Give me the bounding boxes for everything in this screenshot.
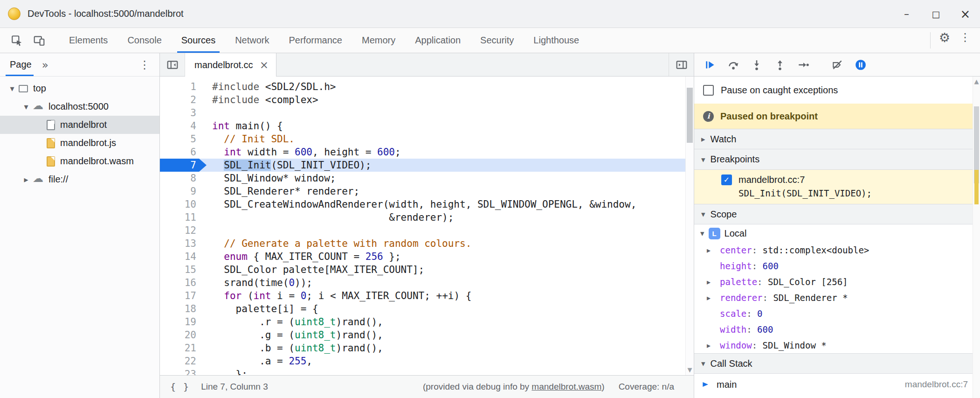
line-number[interactable]: 12 xyxy=(160,224,207,237)
scroll-down-icon[interactable]: ▼ xyxy=(686,366,694,373)
wasm-file-link[interactable]: mandelbrot.wasm xyxy=(531,382,601,391)
code-line-19[interactable]: 19 .r = (uint8_t)rand(), xyxy=(160,315,694,328)
code-line-8[interactable]: 8 SDL_Window* window; xyxy=(160,172,694,185)
tree-item-mandelbrot-wasm[interactable]: mandelbrot.wasm xyxy=(0,152,159,170)
chevron-down-icon[interactable]: ▾ xyxy=(20,102,33,112)
scope-var-window[interactable]: ▸window: SDL_Window * xyxy=(694,337,980,353)
scope-var-scale[interactable]: scale: 0 xyxy=(694,306,980,321)
scrollbar-thumb[interactable] xyxy=(687,88,693,143)
code-line-11[interactable]: 11 &renderer); xyxy=(160,211,694,224)
code-line-14[interactable]: 14 enum { MAX_ITER_COUNT = 256 }; xyxy=(160,250,694,263)
line-number[interactable]: 19 xyxy=(160,315,207,328)
line-number[interactable]: 4 xyxy=(160,119,207,133)
section-watch[interactable]: ▸ Watch xyxy=(694,129,980,149)
pause-on-caught-checkbox[interactable] xyxy=(703,85,714,96)
scope-var-renderer[interactable]: ▸renderer: SDL_Renderer * xyxy=(694,290,980,306)
code-line-16[interactable]: 16 srand(time(0)); xyxy=(160,276,694,289)
line-number[interactable]: 21 xyxy=(160,342,207,355)
code-area[interactable]: 1#include <SDL2/SDL.h>2#include <complex… xyxy=(160,77,694,375)
call-stack-frame[interactable]: main mandelbrot.cc:7 xyxy=(694,374,980,395)
code-line-2[interactable]: 2#include <complex> xyxy=(160,93,694,106)
tab-lighthouse[interactable]: Lighthouse xyxy=(524,28,589,53)
code-line-4[interactable]: 4int main() { xyxy=(160,119,694,133)
code-line-3[interactable]: 3 xyxy=(160,106,694,119)
section-scope[interactable]: ▾ Scope xyxy=(694,204,980,224)
line-number[interactable]: 2 xyxy=(160,93,207,106)
scope-local-group[interactable]: ▾ L Local xyxy=(694,224,980,242)
step-out-icon[interactable] xyxy=(770,56,790,74)
line-number[interactable]: 10 xyxy=(160,198,207,211)
chevron-right-icon[interactable]: ▸ xyxy=(707,293,720,302)
line-number[interactable]: 3 xyxy=(160,106,207,119)
tree-item-mandelbrot[interactable]: mandelbrot xyxy=(0,116,159,134)
tree-item-mandelbrot-js[interactable]: mandelbrot.js xyxy=(0,134,159,152)
close-button[interactable]: × xyxy=(951,0,980,28)
step-into-icon[interactable] xyxy=(746,56,767,74)
scope-var-width[interactable]: width: 600 xyxy=(694,321,980,337)
code-line-22[interactable]: 22 .a = 255, xyxy=(160,355,694,368)
code-line-18[interactable]: 18 palette[i] = { xyxy=(160,302,694,315)
line-number[interactable]: 11 xyxy=(160,211,207,224)
debugger-scrollbar[interactable]: ▲ xyxy=(973,77,980,398)
device-toolbar-icon[interactable] xyxy=(29,31,49,50)
tab-sources[interactable]: Sources xyxy=(172,28,225,53)
line-number[interactable]: 1 xyxy=(160,80,207,93)
more-tabs-icon[interactable]: » xyxy=(39,59,51,71)
maximize-button[interactable]: □ xyxy=(921,0,951,28)
hide-navigator-icon[interactable] xyxy=(160,53,185,76)
chevron-right-icon[interactable]: ▸ xyxy=(701,134,705,144)
section-call-stack[interactable]: ▾ Call Stack xyxy=(694,353,980,374)
chevron-down-icon[interactable]: ▾ xyxy=(701,155,705,164)
tree-item-localhost-5000[interactable]: ▾☁localhost:5000 xyxy=(0,98,159,116)
code-line-1[interactable]: 1#include <SDL2/SDL.h> xyxy=(160,80,694,93)
close-tab-icon[interactable]: × xyxy=(260,59,269,71)
line-number[interactable]: 16 xyxy=(160,276,207,289)
deactivate-breakpoints-icon[interactable] xyxy=(827,56,848,74)
execution-line-number[interactable]: 7 xyxy=(160,159,207,172)
line-number[interactable]: 23 xyxy=(160,368,207,375)
chevron-right-icon[interactable]: ▸ xyxy=(707,341,720,350)
file-tab-mandelbrot-cc[interactable]: mandelbrot.cc × xyxy=(185,53,276,77)
scope-var-center[interactable]: ▸center: std::complex<double> xyxy=(694,242,980,258)
line-number[interactable]: 5 xyxy=(160,133,207,146)
chevron-down-icon[interactable]: ▾ xyxy=(701,209,705,219)
code-line-13[interactable]: 13 // Generate a palette with random col… xyxy=(160,237,694,250)
code-line-21[interactable]: 21 .b = (uint8_t)rand(), xyxy=(160,342,694,355)
code-line-9[interactable]: 9 SDL_Renderer* renderer; xyxy=(160,185,694,198)
tab-page[interactable]: Page xyxy=(0,53,39,76)
code-line-23[interactable]: 23 }; xyxy=(160,368,694,375)
step-icon[interactable] xyxy=(793,56,814,74)
chevron-right-icon[interactable]: ▸ xyxy=(707,278,720,286)
kebab-menu-icon[interactable]: ⋮ xyxy=(955,28,975,47)
line-number[interactable]: 18 xyxy=(160,302,207,315)
tree-item-top[interactable]: ▾top xyxy=(0,79,159,98)
line-number[interactable]: 6 xyxy=(160,146,207,159)
tab-performance[interactable]: Performance xyxy=(279,28,352,53)
pretty-print-button[interactable]: { } xyxy=(170,381,190,392)
tab-network[interactable]: Network xyxy=(225,28,279,53)
code-line-15[interactable]: 15 SDL_Color palette[MAX_ITER_COUNT]; xyxy=(160,263,694,276)
editor-scrollbar[interactable]: ▼ xyxy=(685,77,694,375)
code-line-17[interactable]: 17 for (int i = 0; i < MAX_ITER_COUNT; +… xyxy=(160,289,694,302)
tab-application[interactable]: Application xyxy=(405,28,470,53)
line-number[interactable]: 20 xyxy=(160,328,207,342)
step-over-icon[interactable] xyxy=(723,56,744,74)
chevron-down-icon[interactable]: ▾ xyxy=(700,229,704,238)
code-line-10[interactable]: 10 SDL_CreateWindowAndRenderer(width, he… xyxy=(160,198,694,211)
tab-security[interactable]: Security xyxy=(470,28,524,53)
line-number[interactable]: 9 xyxy=(160,185,207,198)
gear-icon[interactable]: ⚙ xyxy=(934,28,955,47)
tree-item-file-[interactable]: ▸☁file:// xyxy=(0,170,159,189)
resume-icon[interactable] xyxy=(700,56,720,74)
scope-var-height[interactable]: height: 600 xyxy=(694,258,980,274)
scope-var-palette[interactable]: ▸palette: SDL_Color [256] xyxy=(694,274,980,290)
chevron-down-icon[interactable]: ▾ xyxy=(701,359,705,368)
breakpoint-checkbox[interactable]: ✓ xyxy=(721,175,732,185)
line-number[interactable]: 8 xyxy=(160,172,207,185)
show-panel-icon[interactable] xyxy=(669,53,694,76)
code-line-12[interactable]: 12 xyxy=(160,224,694,237)
chevron-right-icon[interactable]: ▸ xyxy=(707,246,720,255)
section-breakpoints[interactable]: ▾ Breakpoints xyxy=(694,149,980,170)
navigator-kebab-icon[interactable]: ⋮ xyxy=(139,58,159,71)
code-line-5[interactable]: 5 // Init SDL. xyxy=(160,133,694,146)
